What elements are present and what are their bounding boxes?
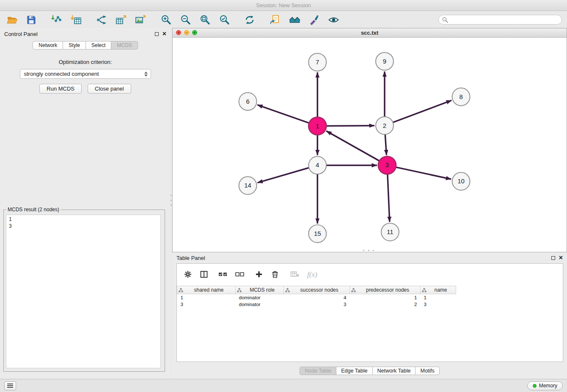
import-network-icon[interactable] [50, 14, 63, 26]
network-view-window: × − + scc.txt 7968124314101511 [172, 28, 567, 252]
table-cell[interactable]: dominator [236, 301, 284, 308]
window-titlebar: Session: New Session [0, 0, 567, 11]
close-panel-button[interactable]: Close panel [88, 84, 131, 94]
mcds-result-line: 1 [9, 216, 158, 223]
graph-node-7[interactable]: 7 [308, 53, 326, 71]
graph-edge-4-14[interactable] [258, 168, 309, 182]
maximize-window-icon[interactable]: + [192, 30, 197, 35]
table-cell[interactable]: 4 [284, 294, 350, 301]
graph-node-11[interactable]: 11 [381, 223, 399, 241]
table-cell[interactable]: dominator [236, 294, 284, 301]
graph-edge-3-11[interactable] [388, 174, 390, 222]
column-header-MCDS-role[interactable]: MCDS role [236, 286, 284, 294]
svg-text:10: 10 [457, 177, 465, 185]
refresh-icon[interactable] [243, 14, 256, 26]
table-settings-gear-icon[interactable] [184, 270, 192, 280]
function-builder-icon: f(x) [307, 271, 317, 279]
table-cell[interactable]: 3 [421, 301, 456, 308]
export-table-icon[interactable] [114, 14, 128, 26]
close-table-panel-icon[interactable]: × [559, 254, 563, 261]
control-panel-tabs: NetworkStyleSelectMCDS [0, 41, 171, 50]
graph-edge-3-10[interactable] [396, 167, 451, 179]
table-row[interactable]: 1dominator411 [177, 294, 456, 301]
graph-node-10[interactable]: 10 [452, 172, 470, 190]
open-session-folder-icon[interactable] [5, 14, 19, 26]
import-table-icon[interactable] [69, 14, 83, 26]
first-neighbors-homes-icon[interactable] [288, 14, 301, 26]
task-list-button[interactable] [4, 381, 16, 390]
graph-edge-1-2[interactable] [326, 126, 374, 126]
select-all-icon[interactable] [218, 271, 228, 279]
close-window-icon[interactable]: × [176, 30, 181, 35]
column-header-name[interactable]: name [421, 286, 456, 294]
table-cell[interactable]: 1 [350, 294, 421, 301]
graph-node-2[interactable]: 2 [376, 117, 394, 135]
svg-text:9: 9 [383, 58, 386, 65]
tab-mcds[interactable]: MCDS [111, 41, 138, 50]
deselect-all-icon[interactable] [235, 271, 245, 279]
zoom-selected-icon[interactable] [217, 14, 231, 26]
graph-node-15[interactable]: 15 [308, 225, 326, 243]
export-image-icon[interactable] [134, 14, 147, 26]
tab-network[interactable]: Network [33, 41, 63, 50]
export-network-icon[interactable] [95, 14, 108, 26]
graph-node-14[interactable]: 14 [239, 177, 257, 194]
network-canvas[interactable]: 7968124314101511 [173, 38, 567, 252]
table-cell[interactable]: 3 [177, 301, 236, 308]
tab-motifs[interactable]: Motifs [415, 367, 439, 375]
add-column-icon[interactable] [255, 270, 263, 280]
delete-column-trash-icon[interactable] [271, 270, 279, 280]
zoom-out-icon[interactable] [179, 14, 192, 26]
show-columns-icon[interactable] [200, 270, 208, 280]
graph-edge-2-8[interactable] [393, 100, 452, 122]
graph-node-4[interactable]: 4 [308, 156, 326, 174]
close-panel-icon[interactable]: × [162, 30, 166, 37]
graph-node-8[interactable]: 8 [452, 88, 470, 106]
tab-node-table[interactable]: Node Table [300, 367, 336, 375]
tab-edge-table[interactable]: Edge Table [336, 367, 372, 375]
graph-edge-1-6[interactable] [257, 105, 309, 123]
mcds-result-list: 13 [6, 215, 161, 368]
graph-edge-3-1[interactable] [326, 131, 380, 161]
svg-text:11: 11 [387, 228, 394, 235]
graph-node-6[interactable]: 6 [239, 93, 257, 110]
copy-view-icon[interactable] [268, 14, 282, 26]
tab-select[interactable]: Select [85, 41, 111, 50]
column-header-shared-name[interactable]: shared name [177, 286, 236, 294]
control-panel-title: Control Panel [4, 31, 155, 37]
delete-table-icon [290, 271, 300, 279]
tab-style[interactable]: Style [63, 41, 86, 50]
float-panel-icon[interactable] [155, 32, 159, 36]
table-cell[interactable]: 3 [284, 301, 350, 308]
graph-node-1[interactable]: 1 [308, 117, 326, 135]
svg-text:8: 8 [459, 93, 462, 100]
column-header-predecessor-nodes[interactable]: predecessor nodes [350, 286, 421, 294]
criterion-select[interactable]: strongly connected component [20, 69, 151, 79]
memory-button[interactable]: Memory [527, 381, 563, 390]
column-tree-icon [179, 288, 183, 293]
column-tree-icon [285, 288, 290, 293]
tab-network-table[interactable]: Network Table [372, 367, 416, 375]
style-paint-icon[interactable] [307, 14, 321, 26]
column-header-successor-nodes[interactable]: successor nodes [284, 286, 350, 294]
run-mcds-button[interactable]: Run MCDS [39, 84, 82, 94]
network-window-titlebar[interactable]: × − + scc.txt [173, 28, 567, 38]
graph-node-9[interactable]: 9 [376, 52, 394, 70]
graph-node-3[interactable]: 3 [378, 156, 396, 174]
node-table-header-row: shared nameMCDS rolesuccessor nodesprede… [177, 286, 456, 294]
table-cell[interactable]: 1 [177, 294, 236, 301]
status-bar: Memory [0, 379, 567, 392]
show-hide-eye-icon[interactable] [327, 14, 340, 26]
float-table-panel-icon[interactable] [551, 256, 555, 260]
save-session-icon[interactable] [25, 14, 38, 26]
vertical-splitter-handle[interactable] [170, 195, 172, 206]
table-cell[interactable]: 1 [421, 294, 456, 301]
horizontal-splitter-handle[interactable] [363, 249, 374, 251]
table-row[interactable]: 3dominator323 [177, 301, 456, 308]
graph-edge-2-3[interactable] [385, 135, 386, 155]
minimize-window-icon[interactable]: − [184, 30, 189, 35]
zoom-in-icon[interactable] [159, 14, 173, 26]
table-cell[interactable]: 2 [350, 301, 421, 308]
zoom-fit-icon[interactable] [198, 14, 212, 26]
search-input[interactable] [438, 15, 562, 25]
